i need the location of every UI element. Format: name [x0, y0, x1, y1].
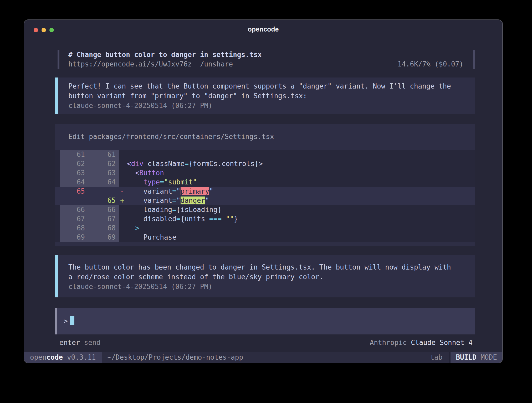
diff-row: 65- variant="primary" [55, 187, 475, 196]
diff-row: 6464 type="submit" [55, 178, 475, 187]
mode-name: BUILD [456, 353, 476, 361]
prompt-input[interactable]: > [55, 308, 475, 334]
new-line-number: 61 [85, 150, 119, 159]
new-line-number: 63 [85, 168, 119, 178]
diff-row: 6161 [55, 150, 475, 159]
model-label: Claude Sonnet 4 [411, 339, 473, 347]
diff-marker [119, 159, 127, 168]
session-share-row: https://opencode.ai/s/UwJxv76z/unshare [68, 59, 262, 69]
diff-row: 65+ variant="danger" [55, 196, 475, 205]
tab-key-hint: tab [430, 353, 442, 361]
new-line-number: 67 [85, 214, 119, 224]
app-name-light: open [30, 353, 47, 361]
edit-tool-header: Editpackages/frontend/src/containers/Set… [55, 124, 475, 150]
code-line: disabled={units === ""} [127, 214, 475, 224]
message-model-timestamp: claude-sonnet-4-20250514 (06:27 PM) [68, 101, 467, 111]
unshare-command: /unshare [200, 60, 233, 68]
new-line-number: 64 [85, 178, 119, 187]
code-line: loading={isLoading} [127, 205, 475, 214]
assistant-message: The button color has been changed to dan… [55, 255, 475, 297]
old-line-number: 68 [60, 224, 85, 233]
new-line-number: 62 [85, 159, 119, 168]
assistant-message: Perfect! I can see that the Button compo… [55, 78, 475, 114]
message-text-line: The button color has been changed to dan… [68, 262, 467, 272]
diff-row: 6868 > [55, 224, 475, 233]
message-text-line: a red/rose color scheme instead of the b… [68, 272, 467, 282]
diff-row: 6969 Purchase [55, 233, 475, 242]
old-line-number: 63 [60, 168, 85, 178]
message-text-line: Perfect! I can see that the Button compo… [68, 81, 467, 91]
diff-row: 6767 disabled={units === ""} [55, 214, 475, 224]
session-title: # Change button color to danger in setti… [68, 50, 262, 59]
old-line-number [60, 196, 85, 205]
mode-suffix: MODE [480, 353, 497, 361]
app-window: opencode # Change button color to danger… [24, 19, 503, 363]
provider-label: Anthropic [370, 339, 407, 347]
context-usage-stats: 14.6K/7% ($0.07) [398, 59, 473, 69]
text-cursor [70, 316, 74, 325]
diff-row: 6363 <Button [55, 168, 475, 178]
code-line: variant="primary" [127, 187, 475, 196]
new-line-number: 69 [85, 233, 119, 242]
diff-marker [119, 233, 127, 242]
prompt-symbol: > [64, 317, 68, 325]
input-hints-row: entersend AnthropicClaude Sonnet 4 [55, 338, 475, 347]
new-line-number [85, 187, 119, 196]
share-url[interactable]: https://opencode.ai/s/UwJxv76z [68, 60, 192, 68]
send-action-label: send [84, 339, 101, 347]
session-content: # Change button color to danger in setti… [55, 20, 475, 347]
message-model-timestamp: claude-sonnet-4-20250514 (06:27 PM) [68, 282, 467, 292]
code-line: <Button [127, 168, 475, 178]
old-line-number: 61 [60, 150, 85, 159]
diff-view: 61616262<div className={formCs.controls}… [55, 150, 475, 242]
old-line-number: 62 [60, 159, 85, 168]
header-left-rule [58, 50, 59, 69]
working-directory: ~/Desktop/Projects/demo-notes-app [107, 353, 243, 361]
old-line-number: 64 [60, 178, 85, 187]
old-line-number: 66 [60, 205, 85, 214]
edit-action-label: Edit [68, 133, 85, 141]
new-line-number: 65 [85, 196, 119, 205]
code-line [127, 150, 475, 159]
diff-marker [119, 224, 127, 233]
edit-tool-card: Editpackages/frontend/src/containers/Set… [55, 124, 475, 246]
new-line-number: 68 [85, 224, 119, 233]
enter-key-hint: enter [59, 339, 80, 347]
diff-marker [119, 205, 127, 214]
status-bar: opencodev0.3.11 ~/Desktop/Projects/demo-… [24, 352, 502, 363]
session-header: # Change button color to danger in setti… [55, 50, 475, 69]
code-line: Purchase [127, 233, 475, 242]
app-version: v0.3.11 [67, 353, 96, 361]
diff-marker [119, 150, 127, 159]
app-version-badge: opencodev0.3.11 [24, 352, 102, 363]
old-line-number: 65 [60, 187, 85, 196]
app-name-bold: code [47, 353, 63, 361]
header-right-rule [473, 50, 475, 69]
diff-row: 6666 loading={isLoading} [55, 205, 475, 214]
diff-marker: + [119, 196, 127, 205]
code-line: variant="danger" [127, 196, 475, 205]
code-line: <div className={formCs.controls}> [127, 159, 475, 168]
mode-badge[interactable]: BUILDMODE [449, 352, 502, 363]
diff-marker [119, 178, 127, 187]
code-line: type="submit" [127, 178, 475, 187]
new-line-number: 66 [85, 205, 119, 214]
code-line: > [127, 224, 475, 233]
old-line-number: 69 [60, 233, 85, 242]
edit-file-path: packages/frontend/src/containers/Setting… [89, 133, 274, 141]
diff-marker: - [119, 187, 127, 196]
diff-marker [119, 214, 127, 224]
diff-row: 6262<div className={formCs.controls}> [55, 159, 475, 168]
old-line-number: 67 [60, 214, 85, 224]
message-text-line: button variant from "primary" to "danger… [68, 91, 467, 101]
diff-marker [119, 168, 127, 178]
